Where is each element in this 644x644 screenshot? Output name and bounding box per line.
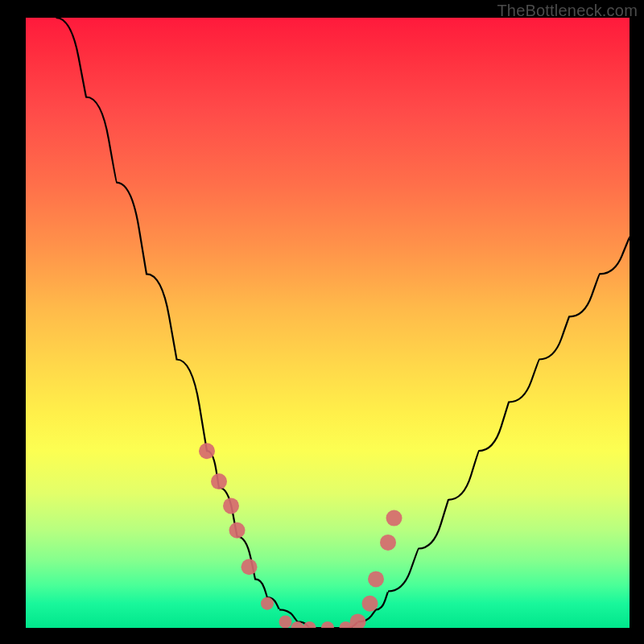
highlight-dot bbox=[229, 522, 246, 539]
highlight-dot bbox=[368, 571, 384, 587]
highlight-dot bbox=[199, 443, 215, 459]
highlight-dot bbox=[380, 535, 396, 551]
highlight-dot bbox=[261, 597, 274, 610]
highlight-dot bbox=[303, 621, 316, 628]
highlight-dot bbox=[211, 473, 227, 489]
watermark-label: TheBottleneck.com bbox=[497, 2, 638, 20]
plot-area bbox=[26, 18, 630, 628]
highlight-dot bbox=[223, 497, 239, 514]
highlight-dot bbox=[362, 596, 378, 612]
highlight-dot bbox=[350, 613, 366, 628]
highlight-dot bbox=[321, 621, 334, 628]
highlight-dot bbox=[242, 559, 258, 575]
highlight-dot bbox=[386, 510, 402, 526]
bottleneck-curve bbox=[56, 18, 630, 628]
highlight-dot bbox=[279, 615, 292, 628]
chart-stage: TheBottleneck.com bbox=[0, 0, 644, 644]
curve-layer bbox=[26, 18, 630, 628]
